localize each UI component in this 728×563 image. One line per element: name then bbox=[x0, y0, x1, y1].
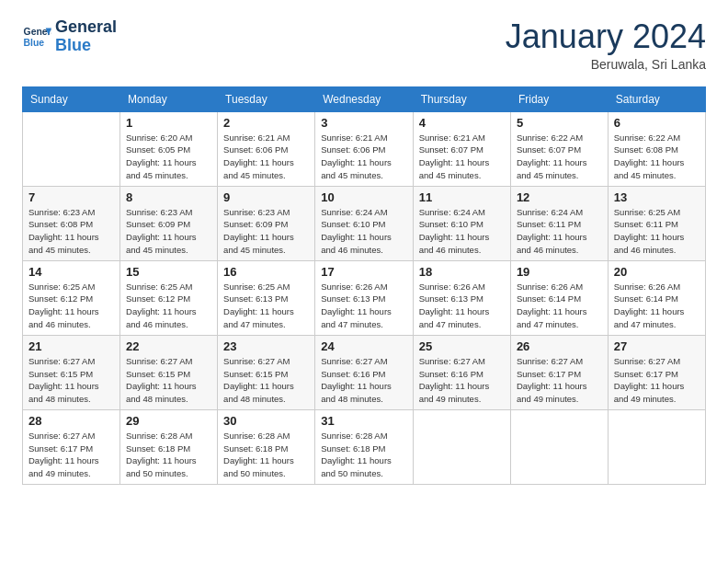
calendar-day-header: Sunday bbox=[23, 86, 120, 111]
day-info: Sunrise: 6:21 AM Sunset: 6:07 PM Dayligh… bbox=[419, 132, 505, 182]
calendar-day-cell: 23Sunrise: 6:27 AM Sunset: 6:15 PM Dayli… bbox=[218, 335, 315, 409]
day-number: 14 bbox=[28, 265, 114, 279]
day-info: Sunrise: 6:27 AM Sunset: 6:16 PM Dayligh… bbox=[321, 355, 406, 406]
calendar-day-cell: 12Sunrise: 6:24 AM Sunset: 6:11 PM Dayli… bbox=[510, 186, 608, 260]
day-number: 29 bbox=[126, 414, 211, 428]
calendar-day-cell: 17Sunrise: 6:26 AM Sunset: 6:13 PM Dayli… bbox=[315, 260, 413, 335]
calendar-day-cell: 21Sunrise: 6:27 AM Sunset: 6:15 PM Dayli… bbox=[23, 335, 120, 409]
day-number: 3 bbox=[321, 116, 406, 130]
calendar-day-cell: 14Sunrise: 6:25 AM Sunset: 6:12 PM Dayli… bbox=[23, 260, 120, 335]
day-info: Sunrise: 6:24 AM Sunset: 6:10 PM Dayligh… bbox=[321, 206, 406, 257]
day-info: Sunrise: 6:27 AM Sunset: 6:15 PM Dayligh… bbox=[28, 355, 114, 406]
day-info: Sunrise: 6:27 AM Sunset: 6:17 PM Dayligh… bbox=[28, 430, 114, 480]
day-info: Sunrise: 6:24 AM Sunset: 6:11 PM Dayligh… bbox=[517, 206, 602, 257]
day-info: Sunrise: 6:25 AM Sunset: 6:12 PM Dayligh… bbox=[28, 281, 114, 331]
day-number: 30 bbox=[223, 414, 309, 428]
day-info: Sunrise: 6:27 AM Sunset: 6:15 PM Dayligh… bbox=[223, 355, 309, 406]
day-info: Sunrise: 6:28 AM Sunset: 6:18 PM Dayligh… bbox=[126, 430, 211, 480]
calendar-day-cell: 6Sunrise: 6:22 AM Sunset: 6:08 PM Daylig… bbox=[608, 111, 705, 186]
day-number: 2 bbox=[223, 116, 309, 130]
calendar-week-row: 14Sunrise: 6:25 AM Sunset: 6:12 PM Dayli… bbox=[23, 260, 706, 335]
day-number: 23 bbox=[223, 339, 309, 353]
day-info: Sunrise: 6:25 AM Sunset: 6:11 PM Dayligh… bbox=[614, 206, 700, 257]
calendar-day-cell: 1Sunrise: 6:20 AM Sunset: 6:05 PM Daylig… bbox=[120, 111, 218, 186]
calendar-day-cell: 8Sunrise: 6:23 AM Sunset: 6:09 PM Daylig… bbox=[120, 186, 218, 260]
day-info: Sunrise: 6:26 AM Sunset: 6:14 PM Dayligh… bbox=[614, 281, 700, 331]
calendar-day-cell: 20Sunrise: 6:26 AM Sunset: 6:14 PM Dayli… bbox=[608, 260, 705, 335]
day-info: Sunrise: 6:23 AM Sunset: 6:08 PM Dayligh… bbox=[28, 206, 114, 257]
calendar-week-row: 21Sunrise: 6:27 AM Sunset: 6:15 PM Dayli… bbox=[23, 335, 706, 409]
calendar-day-cell: 3Sunrise: 6:21 AM Sunset: 6:06 PM Daylig… bbox=[315, 111, 413, 186]
day-info: Sunrise: 6:28 AM Sunset: 6:18 PM Dayligh… bbox=[321, 430, 406, 480]
calendar-week-row: 7Sunrise: 6:23 AM Sunset: 6:08 PM Daylig… bbox=[23, 186, 706, 260]
calendar-day-cell: 19Sunrise: 6:26 AM Sunset: 6:14 PM Dayli… bbox=[510, 260, 608, 335]
page: General Blue General Blue January 2024 B… bbox=[0, 0, 728, 503]
day-info: Sunrise: 6:23 AM Sunset: 6:09 PM Dayligh… bbox=[223, 206, 309, 257]
day-number: 25 bbox=[419, 339, 505, 353]
day-number: 9 bbox=[223, 190, 309, 204]
calendar-day-cell: 24Sunrise: 6:27 AM Sunset: 6:16 PM Dayli… bbox=[315, 335, 413, 409]
day-number: 26 bbox=[517, 339, 602, 353]
day-info: Sunrise: 6:21 AM Sunset: 6:06 PM Dayligh… bbox=[321, 132, 406, 182]
day-info: Sunrise: 6:22 AM Sunset: 6:07 PM Dayligh… bbox=[517, 132, 602, 182]
calendar-day-cell: 30Sunrise: 6:28 AM Sunset: 6:18 PM Dayli… bbox=[218, 409, 315, 484]
calendar-day-cell: 27Sunrise: 6:27 AM Sunset: 6:17 PM Dayli… bbox=[608, 335, 705, 409]
calendar-header-row: SundayMondayTuesdayWednesdayThursdayFrid… bbox=[23, 86, 706, 111]
day-info: Sunrise: 6:20 AM Sunset: 6:05 PM Dayligh… bbox=[126, 132, 211, 182]
calendar-day-cell: 4Sunrise: 6:21 AM Sunset: 6:07 PM Daylig… bbox=[413, 111, 510, 186]
calendar-day-cell bbox=[413, 409, 510, 484]
calendar-day-cell: 13Sunrise: 6:25 AM Sunset: 6:11 PM Dayli… bbox=[608, 186, 705, 260]
calendar-table: SundayMondayTuesdayWednesdayThursdayFrid… bbox=[22, 86, 706, 485]
day-info: Sunrise: 6:21 AM Sunset: 6:06 PM Dayligh… bbox=[223, 132, 309, 182]
day-info: Sunrise: 6:26 AM Sunset: 6:13 PM Dayligh… bbox=[321, 281, 406, 331]
day-number: 19 bbox=[517, 265, 602, 279]
day-info: Sunrise: 6:25 AM Sunset: 6:12 PM Dayligh… bbox=[126, 281, 211, 331]
day-number: 8 bbox=[126, 190, 211, 204]
day-number: 11 bbox=[419, 190, 505, 204]
calendar-day-header: Friday bbox=[510, 86, 608, 111]
header: General Blue General Blue January 2024 B… bbox=[22, 18, 706, 72]
day-number: 5 bbox=[517, 116, 602, 130]
day-number: 24 bbox=[321, 339, 406, 353]
day-number: 15 bbox=[126, 265, 211, 279]
logo-blue: Blue bbox=[55, 37, 117, 55]
calendar-day-cell: 31Sunrise: 6:28 AM Sunset: 6:18 PM Dayli… bbox=[315, 409, 413, 484]
day-number: 20 bbox=[614, 265, 700, 279]
day-number: 27 bbox=[614, 339, 700, 353]
day-number: 21 bbox=[28, 339, 114, 353]
calendar-day-cell: 9Sunrise: 6:23 AM Sunset: 6:09 PM Daylig… bbox=[218, 186, 315, 260]
day-number: 13 bbox=[614, 190, 700, 204]
day-info: Sunrise: 6:27 AM Sunset: 6:17 PM Dayligh… bbox=[517, 355, 602, 406]
day-info: Sunrise: 6:22 AM Sunset: 6:08 PM Dayligh… bbox=[614, 132, 700, 182]
day-number: 17 bbox=[321, 265, 406, 279]
calendar-day-cell: 5Sunrise: 6:22 AM Sunset: 6:07 PM Daylig… bbox=[510, 111, 608, 186]
calendar-week-row: 1Sunrise: 6:20 AM Sunset: 6:05 PM Daylig… bbox=[23, 111, 706, 186]
day-info: Sunrise: 6:27 AM Sunset: 6:17 PM Dayligh… bbox=[614, 355, 700, 406]
calendar-day-cell: 2Sunrise: 6:21 AM Sunset: 6:06 PM Daylig… bbox=[218, 111, 315, 186]
day-number: 28 bbox=[28, 414, 114, 428]
day-number: 16 bbox=[223, 265, 309, 279]
day-info: Sunrise: 6:26 AM Sunset: 6:14 PM Dayligh… bbox=[517, 281, 602, 331]
calendar-day-header: Monday bbox=[120, 86, 218, 111]
calendar-day-cell: 22Sunrise: 6:27 AM Sunset: 6:15 PM Dayli… bbox=[120, 335, 218, 409]
day-number: 10 bbox=[321, 190, 406, 204]
day-info: Sunrise: 6:25 AM Sunset: 6:13 PM Dayligh… bbox=[223, 281, 309, 331]
day-info: Sunrise: 6:23 AM Sunset: 6:09 PM Dayligh… bbox=[126, 206, 211, 257]
day-number: 18 bbox=[419, 265, 505, 279]
logo-icon: General Blue bbox=[22, 22, 51, 52]
day-number: 31 bbox=[321, 414, 406, 428]
calendar-day-cell: 29Sunrise: 6:28 AM Sunset: 6:18 PM Dayli… bbox=[120, 409, 218, 484]
day-number: 7 bbox=[28, 190, 114, 204]
calendar-day-cell: 10Sunrise: 6:24 AM Sunset: 6:10 PM Dayli… bbox=[315, 186, 413, 260]
day-info: Sunrise: 6:26 AM Sunset: 6:13 PM Dayligh… bbox=[419, 281, 505, 331]
calendar-day-cell: 25Sunrise: 6:27 AM Sunset: 6:16 PM Dayli… bbox=[413, 335, 510, 409]
logo-general: General bbox=[55, 18, 117, 37]
calendar-day-cell: 16Sunrise: 6:25 AM Sunset: 6:13 PM Dayli… bbox=[218, 260, 315, 335]
calendar-day-header: Tuesday bbox=[218, 86, 315, 111]
calendar-day-cell: 28Sunrise: 6:27 AM Sunset: 6:17 PM Dayli… bbox=[23, 409, 120, 484]
day-number: 4 bbox=[419, 116, 505, 130]
day-number: 1 bbox=[126, 116, 211, 130]
title-block: January 2024 Beruwala, Sri Lanka bbox=[506, 18, 706, 72]
calendar-day-cell: 7Sunrise: 6:23 AM Sunset: 6:08 PM Daylig… bbox=[23, 186, 120, 260]
calendar-day-header: Saturday bbox=[608, 86, 705, 111]
